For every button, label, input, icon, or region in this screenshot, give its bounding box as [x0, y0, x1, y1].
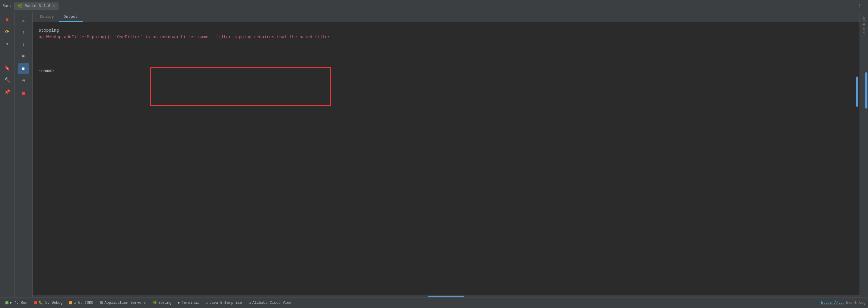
scroll-indicator-bar: [33, 295, 860, 297]
event-log-link[interactable]: Event Log: [846, 301, 866, 305]
up-button[interactable]: ↑: [18, 27, 29, 38]
java-enterprise-icon: ☕: [206, 301, 208, 305]
console-line-4: [39, 47, 854, 54]
more-options-icon[interactable]: ⋮: [857, 3, 861, 8]
terminal-status[interactable]: ▶ Terminal: [175, 299, 202, 306]
app-servers-status[interactable]: Application Servers: [97, 300, 149, 306]
tab-icon: 🌿: [18, 4, 23, 8]
console-line-6: [39, 61, 854, 68]
terminal-label: Terminal: [182, 301, 199, 305]
step-into-button[interactable]: ↓: [2, 50, 13, 62]
top-bar: Run: 🌿 Resin 3.1.8 ✕ ⋮ —: [0, 0, 868, 12]
console-line-3: [39, 41, 854, 47]
pin-button[interactable]: 📌: [2, 87, 13, 98]
todo-dot: [69, 301, 72, 304]
app-servers-label: Application Servers: [104, 301, 146, 305]
console-container: Deploy Output stopping op.WebApp.addFilt…: [33, 12, 860, 297]
run-label: ▶ 4: Run: [10, 301, 27, 305]
output-tabs: Deploy Output: [33, 12, 860, 22]
step-over-button[interactable]: ↷: [2, 39, 13, 49]
asmplugin-label[interactable]: ASMPlugin: [862, 16, 866, 33]
status-right: https://... Event Log: [821, 301, 866, 305]
console-line-2: op.WebApp.addFilterMapping(): 'OneFilter…: [39, 34, 854, 40]
app-servers-dot: [100, 301, 103, 304]
todo-label: ☑ 6: TODO: [73, 301, 93, 305]
alibaba-status[interactable]: ◻ Alibaba Cloud View: [246, 299, 294, 306]
bookmark-button[interactable]: 🔖: [2, 63, 13, 73]
scroll-position: [428, 296, 464, 297]
run-dot: [5, 301, 8, 304]
spring-icon: 🌿: [152, 301, 157, 305]
warning-icon[interactable]: ⚠: [18, 15, 29, 26]
run-toolbar: ⚠ ↑ ↓ ≡ ■ 🖨 ◼: [14, 12, 33, 297]
console-line-1: stopping: [39, 27, 854, 34]
list-button[interactable]: ≡: [18, 51, 29, 62]
right-sidebar: ASMPlugin: [860, 12, 868, 297]
console-line-5: [39, 54, 854, 61]
console-output: stopping op.WebApp.addFilterMapping(): '…: [33, 22, 860, 295]
run-label: Run:: [2, 4, 12, 8]
run-status[interactable]: ▶ 4: Run: [2, 299, 30, 306]
tab-label: Resin 3.1.8: [25, 4, 50, 8]
active-button[interactable]: ■: [18, 63, 29, 74]
print-button[interactable]: 🖨: [18, 75, 29, 86]
spring-label: Spring: [158, 301, 171, 305]
alibaba-icon: ◻: [249, 301, 251, 305]
spring-status[interactable]: 🌿 Spring: [149, 299, 174, 306]
java-enterprise-label: Java Enterprise: [209, 301, 242, 305]
right-scrollbar[interactable]: [865, 72, 867, 108]
stop-run-button[interactable]: ◼: [18, 88, 29, 98]
down-button[interactable]: ↓: [18, 39, 29, 50]
stop-button[interactable]: ■: [2, 14, 13, 25]
left-sidebar: ■ ⟳ ↷ ↓ 🔖 🔨 📌: [0, 12, 14, 297]
java-enterprise-status[interactable]: ☕ Java Enterprise: [203, 299, 245, 306]
scrollbar-thumb[interactable]: [856, 76, 858, 107]
main-area: ■ ⟳ ↷ ↓ 🔖 🔨 📌 ⚠ ↑ ↓ ≡ ■ 🖨 ◼ Deploy Outpu…: [0, 12, 868, 297]
todo-status[interactable]: ☑ 6: TODO: [66, 299, 96, 306]
run-tab[interactable]: 🌿 Resin 3.1.8 ✕: [14, 2, 58, 10]
build-button[interactable]: 🔨: [2, 75, 13, 85]
debug-status[interactable]: 🐛 5: Debug: [31, 299, 66, 306]
console-line-7: -name>: [39, 68, 854, 74]
output-tab[interactable]: Output: [59, 12, 83, 22]
deploy-tab[interactable]: Deploy: [35, 12, 59, 22]
rerun-button[interactable]: ⟳: [2, 27, 13, 37]
minimize-icon[interactable]: —: [863, 3, 866, 8]
status-bar: ▶ 4: Run 🐛 5: Debug ☑ 6: TODO Applicatio…: [0, 297, 868, 308]
https-link[interactable]: https://...: [821, 301, 845, 305]
tab-close-button[interactable]: ✕: [53, 4, 55, 8]
terminal-icon: ▶: [178, 301, 180, 305]
debug-dot: [34, 301, 37, 304]
debug-label: 🐛 5: Debug: [39, 301, 63, 305]
window-controls: ⋮ —: [857, 3, 866, 8]
alibaba-label: Alibaba Cloud View: [252, 301, 292, 305]
